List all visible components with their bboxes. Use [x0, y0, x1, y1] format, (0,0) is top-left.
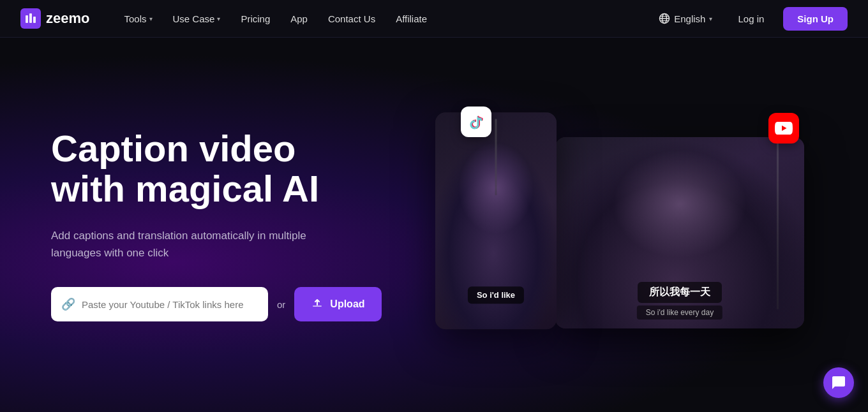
tiktok-badge — [461, 107, 491, 137]
svg-rect-2 — [33, 17, 36, 23]
logo[interactable]: zeemo — [20, 8, 89, 29]
hero-subtitle: Add captions and translation automatical… — [51, 227, 326, 261]
hero-input-row: 🔗 or Upload — [51, 287, 396, 321]
nav-app[interactable]: App — [281, 8, 317, 29]
nav-tools[interactable]: Tools ▾ — [115, 8, 161, 29]
youtube-subtitle-zh-sub: So i'd like every day — [637, 305, 722, 320]
nav-contact[interactable]: Contact Us — [319, 8, 384, 29]
svg-rect-1 — [29, 13, 32, 23]
nav-right: English ▾ Log in Sign Up — [652, 7, 848, 31]
upload-icon — [311, 297, 324, 313]
tiktok-subtitle: So i'd like — [468, 286, 524, 304]
hero-right: So i'd like 所以我每一天 So i'd like e — [396, 38, 817, 412]
chat-bubble[interactable] — [823, 367, 854, 398]
youtube-badge — [768, 113, 799, 143]
nav-usecase[interactable]: Use Case ▾ — [164, 8, 230, 29]
youtube-subtitle-zh: 所以我每一天 — [638, 282, 722, 303]
upload-button[interactable]: Upload — [294, 287, 381, 321]
or-label: or — [277, 299, 285, 310]
url-input[interactable] — [82, 299, 258, 310]
globe-icon — [659, 13, 670, 24]
svg-rect-8 — [313, 305, 322, 307]
link-icon: 🔗 — [61, 297, 75, 311]
chevron-down-icon: ▾ — [149, 15, 153, 22]
language-selector[interactable]: English ▾ — [652, 9, 719, 28]
logo-icon — [20, 8, 41, 29]
login-button[interactable]: Log in — [729, 8, 773, 29]
signup-button[interactable]: Sign Up — [783, 7, 848, 31]
navbar: zeemo Tools ▾ Use Case ▾ Pricing App Con… — [0, 0, 868, 38]
hero-left: Caption video with magical AI Add captio… — [51, 128, 396, 322]
logo-text: zeemo — [46, 10, 89, 27]
hero-section: Caption video with magical AI Add captio… — [0, 38, 868, 412]
nav-pricing[interactable]: Pricing — [232, 8, 279, 29]
chevron-down-icon: ▾ — [709, 15, 712, 22]
youtube-video-card: 所以我每一天 So i'd like every day — [555, 137, 804, 328]
nav-items: Tools ▾ Use Case ▾ Pricing App Contact U… — [115, 8, 652, 29]
tiktok-video-card: So i'd like — [435, 112, 557, 329]
url-input-wrap: 🔗 — [51, 287, 268, 321]
chevron-down-icon: ▾ — [217, 15, 220, 22]
svg-rect-0 — [26, 15, 28, 23]
nav-affiliate[interactable]: Affiliate — [387, 8, 436, 29]
hero-title: Caption video with magical AI — [51, 128, 396, 210]
